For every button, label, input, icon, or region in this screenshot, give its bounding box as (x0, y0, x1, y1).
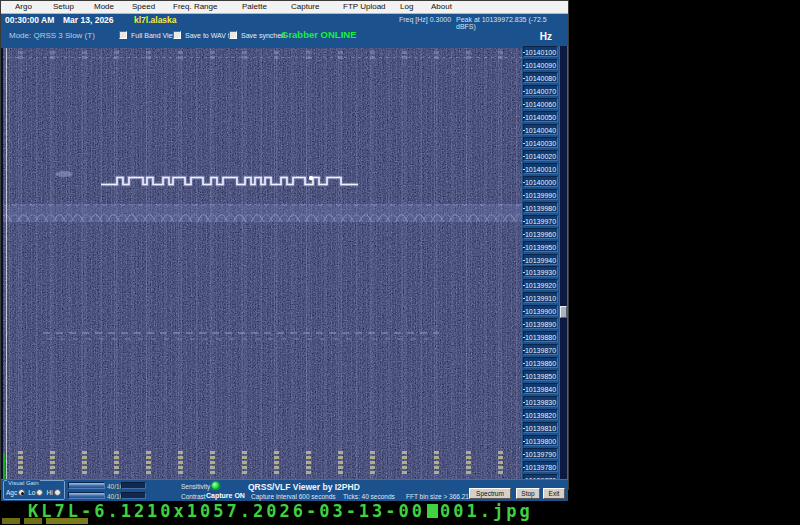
menu-log[interactable]: Log (400, 2, 413, 11)
sensitivity-label: Sensitivity (181, 483, 210, 490)
contrast-track[interactable] (121, 492, 146, 499)
hz-axis-title: Hz (540, 31, 552, 42)
menu-setup[interactable]: Setup (53, 2, 74, 11)
filename-suffix: 001.jpg (440, 501, 533, 521)
radio-hi[interactable]: Hi (46, 489, 60, 496)
capture-status: Capture ON (206, 492, 245, 499)
clock-date: Mar 13, 2026 (63, 15, 114, 25)
checkbox-icon[interactable] (229, 31, 237, 39)
capture-led-icon (212, 482, 219, 489)
exit-button[interactable]: Exit (543, 488, 565, 499)
checkbox-full-band-view[interactable]: Full Band View (119, 31, 178, 39)
freq-label: 10139890 (523, 318, 558, 329)
freq-label: 10139820 (523, 409, 558, 420)
ticks-label: Ticks: 40 seconds (343, 493, 395, 500)
stop-button[interactable]: Stop (516, 488, 540, 499)
menu-speed[interactable]: Speed (132, 2, 155, 11)
radio-icon[interactable] (54, 489, 61, 496)
menu-ftp-upload[interactable]: FTP Upload (343, 2, 386, 11)
scan-bottom-marker (3, 453, 5, 479)
grabber-status: Grabber ONLINE (281, 29, 357, 40)
freq-label: 10140090 (523, 59, 558, 70)
freq-label: 10139950 (523, 241, 558, 252)
freq-label: 10140060 (523, 98, 558, 109)
freq-label: 10140010 (523, 163, 558, 174)
contrast-slider[interactable] (68, 492, 105, 499)
freq-label: 10140070 (523, 85, 558, 96)
freq-label: 10139790 (523, 448, 558, 459)
sensitivity-slider[interactable] (68, 482, 105, 489)
gain-radios: Agc Lo Hi (6, 489, 61, 496)
radio-lo[interactable]: Lo (28, 489, 43, 496)
clock-time: 00:30:00 AM (5, 15, 54, 25)
radio-label: Hi (46, 489, 52, 496)
freq-label: 10139870 (523, 344, 558, 355)
checkbox-save-synched[interactable]: Save synched (229, 31, 285, 39)
checkbox-label: Full Band View (131, 32, 178, 39)
freq-label: 10139970 (523, 215, 558, 226)
top-dotted-line (1, 57, 522, 58)
main-area: 1014010010140090101400801014007010140060… (1, 48, 568, 479)
header: 00:30:00 AM Mar 13, 2026 kl7l.alaska Fre… (1, 14, 568, 48)
freq-label: 10139980 (523, 202, 558, 213)
bottom-control-bar: Visual Gain Agc Lo Hi (1, 479, 568, 501)
spectrum-button[interactable]: Spectrum (469, 488, 511, 499)
freq-label: 10140100 (523, 46, 558, 57)
menu-bar: Argo Setup Mode Speed Freq. Range Palett… (1, 1, 568, 14)
freq-label: 10139960 (523, 228, 558, 239)
freq-label: 10140050 (523, 111, 558, 122)
frequency-scrollbar[interactable] (559, 46, 568, 479)
visual-gain-label: Visual Gain (7, 480, 40, 486)
freq-label: 10140080 (523, 72, 558, 83)
contrast-label: Contrast (181, 493, 206, 500)
freq-label: 10139850 (523, 370, 558, 381)
left-edge (1, 48, 3, 479)
menu-mode[interactable]: Mode (94, 2, 114, 11)
radio-agc[interactable]: Agc (6, 489, 25, 496)
app-title: QRSS/VLF Viewer by I2PHD (248, 482, 360, 492)
capture-interval-label: Capture interval 600 seconds (251, 493, 336, 500)
menu-freq-range[interactable]: Freq. Range (173, 2, 217, 11)
menu-palette[interactable]: Palette (242, 2, 267, 11)
scrollbar-thumb[interactable] (560, 306, 567, 318)
frequency-scale: 1014010010140090101400801014007010140060… (522, 48, 568, 479)
freq-label: 10139940 (523, 254, 558, 265)
freq-label: 10139880 (523, 331, 558, 342)
freq-label: 10139990 (523, 189, 558, 200)
freq-label: 10139920 (523, 279, 558, 290)
spectrogram-signals (1, 48, 522, 479)
spectrogram[interactable] (1, 48, 522, 479)
header-row-2: Mode: QRSS 3 Slow (T) Full Band View Sav… (1, 29, 568, 43)
desktop: Argo Setup Mode Speed Freq. Range Palett… (0, 0, 800, 525)
freq-label: 10140040 (523, 124, 558, 135)
checkbox-save-wav[interactable]: Save to WAV file (173, 31, 237, 39)
freq-label: 10139830 (523, 396, 558, 407)
freq-label: 10140000 (523, 176, 558, 187)
mode-label: Mode: QRSS 3 Slow (T) (9, 31, 95, 40)
freq-label: 10139900 (523, 305, 558, 316)
radio-label: Lo (28, 489, 35, 496)
argo-window: Argo Setup Mode Speed Freq. Range Palett… (0, 0, 569, 490)
peak-readout: Peak at 10139972.835 (-72.5 dBFS) (456, 16, 568, 30)
taskbar-block (46, 518, 88, 524)
radio-icon[interactable] (18, 489, 25, 496)
radio-label: Agc (6, 489, 17, 496)
filename-overlay: KL7L-6.1210x1057.2026-03-13-00001.jpg (28, 501, 533, 521)
freq-label: 10140030 (523, 137, 558, 148)
radio-icon[interactable] (36, 489, 43, 496)
checkbox-icon[interactable] (119, 31, 127, 39)
freq-label: 10139910 (523, 292, 558, 303)
menu-capture[interactable]: Capture (291, 2, 319, 11)
freq-label: 10139840 (523, 383, 558, 394)
menu-about[interactable]: About (431, 2, 452, 11)
checkbox-icon[interactable] (173, 31, 181, 39)
freq-label: 10139930 (523, 266, 558, 277)
taskbar-block (24, 518, 42, 524)
menu-argo[interactable]: Argo (15, 2, 32, 11)
freq-label: 10139780 (523, 461, 558, 472)
checkbox-label: Save synched (241, 32, 285, 39)
scan-position-line (6, 48, 7, 479)
callsign-label: kl7l.alaska (134, 15, 177, 25)
sensitivity-track[interactable] (121, 482, 146, 489)
header-row-1: 00:30:00 AM Mar 13, 2026 kl7l.alaska Fre… (1, 15, 568, 27)
